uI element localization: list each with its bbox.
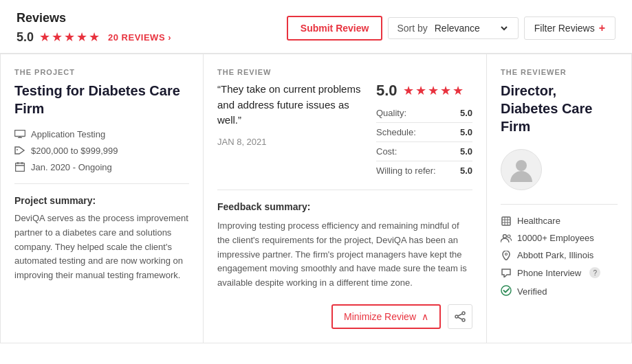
review-star-4: ★ xyxy=(440,83,451,98)
star-3: ★ xyxy=(64,30,75,45)
service-meta-item: Application Testing xyxy=(14,128,189,139)
review-top: “They take on current problems and addre… xyxy=(217,82,472,176)
budget-label: $200,000 to $999,999 xyxy=(31,146,118,156)
location-icon xyxy=(501,251,512,260)
cost-key: Cost: xyxy=(376,146,397,157)
review-divider xyxy=(217,190,472,190)
svg-point-9 xyxy=(462,319,465,321)
score-header: 5.0 ★ ★ ★ ★ ★ xyxy=(376,82,472,100)
review-date: JAN 8, 2021 xyxy=(217,137,362,147)
svg-rect-4 xyxy=(16,163,25,172)
cost-value: 5.0 xyxy=(460,146,472,157)
schedule-value: 5.0 xyxy=(460,127,472,137)
overall-rating: 5.0 xyxy=(17,30,34,45)
people-icon xyxy=(501,234,512,242)
reviews-label: Reviews xyxy=(17,11,171,25)
location-label: Abbott Park, Illinois xyxy=(517,250,593,260)
interview-type-label: Phone Interview xyxy=(517,268,581,278)
score-rows: Quality: 5.0 Schedule: 5.0 Cost: 5.0 W xyxy=(376,108,472,176)
reviews-header: Reviews 5.0 ★ ★ ★ ★ ★ 20 REVIEWS › Submi… xyxy=(0,0,632,54)
review-star-3: ★ xyxy=(428,83,439,98)
reviewer-title: Director, Diabetes Care Firm xyxy=(501,82,618,135)
reviewer-divider xyxy=(501,204,618,205)
company-size-meta-item: 10000+ Employees xyxy=(501,233,618,243)
review-quote: “They take on current problems and addre… xyxy=(217,82,362,128)
cost-score-row: Cost: 5.0 xyxy=(376,141,472,157)
submit-review-button[interactable]: Submit Review xyxy=(287,16,383,41)
review-panel-label: THE REVIEW xyxy=(217,68,472,76)
star-1: ★ xyxy=(39,30,50,45)
minimize-review-button[interactable]: Minimize Review ∧ xyxy=(331,304,441,329)
review-quote-area: “They take on current problems and addre… xyxy=(217,82,362,176)
review-actions: Minimize Review ∧ xyxy=(217,304,472,329)
industry-meta-item: Healthcare xyxy=(501,216,618,226)
interview-help-icon[interactable]: ? xyxy=(589,267,600,278)
verified-icon xyxy=(501,285,512,298)
speech-bubble-icon xyxy=(501,269,512,277)
svg-point-3 xyxy=(17,149,18,150)
svg-rect-14 xyxy=(502,217,510,225)
star-5: ★ xyxy=(89,30,100,45)
svg-point-8 xyxy=(462,312,465,315)
chevron-up-icon: ∧ xyxy=(422,311,428,322)
star-4: ★ xyxy=(76,30,87,45)
schedule-score-row: Schedule: 5.0 xyxy=(376,122,472,137)
sort-area: Sort by Relevance Most Recent Highest Ra… xyxy=(388,17,518,39)
svg-point-19 xyxy=(503,234,507,238)
svg-line-11 xyxy=(458,314,462,316)
schedule-key: Schedule: xyxy=(376,127,416,137)
reviewer-panel: THE REVIEWER Director, Diabetes Care Fir… xyxy=(487,54,631,343)
project-summary-text: DeviQA serves as the process improvement… xyxy=(14,212,189,283)
avatar-icon xyxy=(510,157,532,182)
verified-item: Verified xyxy=(501,285,618,298)
verified-label: Verified xyxy=(517,286,547,297)
overall-stars: ★ ★ ★ ★ ★ xyxy=(39,30,100,45)
svg-point-22 xyxy=(501,286,511,295)
feedback-label: Feedback summary: xyxy=(217,201,472,212)
date-range-label: Jan. 2020 - Ongoing xyxy=(31,162,112,172)
review-rating: 5.0 xyxy=(376,82,397,100)
svg-point-10 xyxy=(455,315,458,318)
quality-key: Quality: xyxy=(376,108,406,118)
filter-plus-icon: + xyxy=(599,22,605,34)
sort-label: Sort by xyxy=(397,23,427,34)
project-meta: Application Testing $200,000 to $999,999 xyxy=(14,128,189,172)
reviewer-panel-label: THE REVIEWER xyxy=(501,68,618,76)
industry-label: Healthcare xyxy=(517,216,560,226)
svg-line-12 xyxy=(458,317,462,319)
company-size-label: 10000+ Employees xyxy=(517,233,594,243)
review-scores: 5.0 ★ ★ ★ ★ ★ Quality: 5.0 xyxy=(376,82,472,176)
refer-key: Willing to refer: xyxy=(376,166,436,176)
svg-point-13 xyxy=(516,160,527,171)
service-label: Application Testing xyxy=(31,129,105,139)
quality-value: 5.0 xyxy=(460,108,472,118)
review-star-2: ★ xyxy=(415,83,426,98)
reviewer-avatar xyxy=(501,149,542,190)
monitor-icon xyxy=(14,128,25,139)
svg-rect-0 xyxy=(15,130,25,137)
quality-score-row: Quality: 5.0 xyxy=(376,108,472,118)
svg-point-21 xyxy=(505,253,508,255)
budget-meta-item: $200,000 to $999,999 xyxy=(14,145,189,156)
review-star-1: ★ xyxy=(403,83,414,98)
refer-score-row: Willing to refer: 5.0 xyxy=(376,161,472,176)
project-divider xyxy=(14,183,189,184)
sort-select[interactable]: Relevance Most Recent Highest Rated Lowe… xyxy=(432,22,510,34)
review-count[interactable]: 20 REVIEWS › xyxy=(108,32,171,43)
location-meta-item: Abbott Park, Illinois xyxy=(501,250,618,260)
share-button[interactable] xyxy=(448,304,472,329)
header-controls: Submit Review Sort by Relevance Most Rec… xyxy=(287,16,615,41)
feedback-text: Improving testing process efficiency and… xyxy=(217,219,472,291)
date-meta-item: Jan. 2020 - Ongoing xyxy=(14,161,189,172)
filter-reviews-button[interactable]: Filter Reviews + xyxy=(524,16,615,40)
share-icon xyxy=(455,311,466,322)
tag-icon xyxy=(14,145,25,156)
project-title: Testing for Diabetes Care Firm xyxy=(14,82,189,117)
reviews-title-area: Reviews 5.0 ★ ★ ★ ★ ★ 20 REVIEWS › xyxy=(17,11,171,45)
project-summary-label: Project summary: xyxy=(14,195,189,206)
building-icon xyxy=(501,216,512,226)
project-panel-label: THE PROJECT xyxy=(14,68,189,76)
review-stars: ★ ★ ★ ★ ★ xyxy=(403,83,464,98)
svg-point-20 xyxy=(508,235,510,238)
review-card: THE PROJECT Testing for Diabetes Care Fi… xyxy=(0,54,632,343)
